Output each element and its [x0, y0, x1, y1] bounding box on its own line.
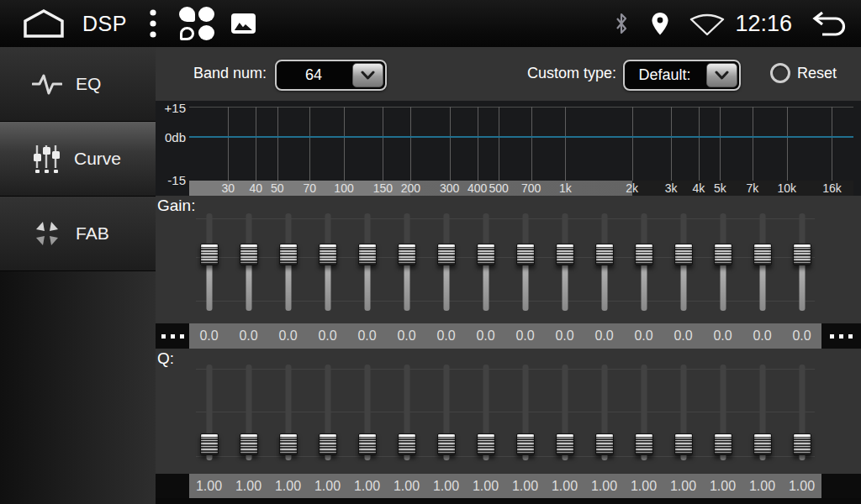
gain-slider-7[interactable] — [426, 208, 466, 318]
q-slider-14[interactable] — [703, 361, 742, 467]
q-slider-2[interactable] — [229, 361, 268, 467]
q-slider-8[interactable] — [466, 361, 505, 467]
gain-more-right-button[interactable] — [821, 323, 861, 349]
q-more-left-button[interactable] — [156, 474, 189, 498]
slider-thumb[interactable] — [714, 433, 732, 455]
slider-thumb[interactable] — [319, 433, 337, 455]
sidebar-item-eq[interactable]: EQ — [0, 47, 156, 122]
gain-value-7: 0.0 — [426, 323, 466, 349]
slider-track-upper[interactable] — [601, 365, 607, 444]
gain-slider-16[interactable] — [782, 208, 821, 318]
chevron-down-icon[interactable] — [706, 63, 737, 87]
slider-thumb[interactable] — [437, 433, 456, 455]
gain-slider-8[interactable] — [466, 208, 505, 318]
slider-thumb[interactable] — [319, 244, 337, 265]
q-more-right-button[interactable] — [821, 474, 861, 498]
home-icon[interactable] — [22, 8, 66, 39]
slider-track-upper[interactable] — [680, 365, 686, 444]
gain-more-left-button[interactable] — [156, 323, 189, 349]
gain-slider-4[interactable] — [308, 208, 347, 318]
band-num-dropdown[interactable]: 64 — [275, 60, 387, 91]
slider-thumb[interactable] — [437, 244, 456, 265]
slider-track-upper[interactable] — [522, 365, 528, 444]
gain-slider-5[interactable] — [347, 208, 387, 318]
q-slider-15[interactable] — [742, 361, 782, 467]
gain-slider-10[interactable] — [545, 208, 584, 318]
slider-thumb[interactable] — [240, 244, 258, 265]
chevron-down-icon[interactable] — [352, 63, 383, 87]
gain-slider-14[interactable] — [703, 208, 742, 318]
slider-track-upper[interactable] — [325, 365, 330, 444]
q-slider-6[interactable] — [387, 361, 426, 467]
q-slider-11[interactable] — [584, 361, 624, 467]
slider-track-upper[interactable] — [641, 365, 647, 444]
slider-track-upper[interactable] — [364, 365, 370, 444]
custom-type-dropdown[interactable]: Default: — [623, 60, 741, 91]
q-slider-10[interactable] — [545, 361, 584, 467]
slider-thumb[interactable] — [279, 433, 298, 455]
slider-thumb[interactable] — [674, 433, 693, 455]
slider-thumb[interactable] — [753, 433, 772, 455]
reset-radio[interactable] — [770, 63, 790, 83]
overflow-menu-icon[interactable] — [149, 8, 157, 39]
slider-thumb[interactable] — [279, 244, 298, 265]
slider-thumb[interactable] — [398, 433, 416, 455]
gain-slider-1[interactable] — [189, 208, 229, 318]
slider-track-upper[interactable] — [285, 365, 291, 444]
slider-thumb[interactable] — [674, 244, 693, 265]
slider-thumb[interactable] — [200, 244, 219, 265]
slider-thumb[interactable] — [793, 433, 811, 455]
gain-slider-11[interactable] — [584, 208, 624, 318]
slider-track-upper[interactable] — [759, 365, 765, 444]
q-slider-16[interactable] — [782, 361, 821, 467]
gain-slider-6[interactable] — [387, 208, 426, 318]
q-slider-5[interactable] — [347, 361, 387, 467]
gain-slider-2[interactable] — [229, 208, 268, 318]
slider-thumb[interactable] — [635, 244, 653, 265]
slider-thumb[interactable] — [398, 244, 416, 265]
q-slider-9[interactable] — [505, 361, 545, 467]
apps-clover-icon[interactable] — [179, 7, 214, 40]
gain-slider-9[interactable] — [505, 208, 545, 318]
gain-slider-15[interactable] — [742, 208, 782, 318]
slider-thumb[interactable] — [516, 433, 535, 455]
slider-track-upper[interactable] — [720, 365, 726, 444]
slider-thumb[interactable] — [753, 244, 772, 265]
slider-thumb[interactable] — [358, 433, 377, 455]
slider-thumb[interactable] — [240, 433, 258, 455]
slider-thumb[interactable] — [556, 433, 574, 455]
gallery-icon[interactable] — [231, 13, 256, 34]
curve-plot-area[interactable]: 304050701001502003004005007001k2k3k4k5k7… — [189, 101, 853, 196]
q-slider-3[interactable] — [268, 361, 308, 467]
slider-thumb[interactable] — [793, 244, 811, 265]
sidebar-item-curve[interactable]: Curve — [0, 122, 156, 197]
q-slider-13[interactable] — [663, 361, 703, 467]
slider-track-upper[interactable] — [404, 365, 409, 444]
slider-track-upper[interactable] — [206, 365, 212, 444]
slider-thumb[interactable] — [477, 244, 495, 265]
gain-slider-3[interactable] — [268, 208, 308, 318]
q-slider-7[interactable] — [426, 361, 466, 467]
slider-thumb[interactable] — [200, 433, 219, 455]
slider-thumb[interactable] — [477, 433, 495, 455]
slider-track-upper[interactable] — [443, 365, 449, 444]
slider-track-upper[interactable] — [562, 365, 568, 444]
slider-thumb[interactable] — [635, 433, 653, 455]
sidebar-item-fab[interactable]: FAB — [0, 197, 156, 271]
q-slider-4[interactable] — [308, 361, 347, 467]
slider-thumb[interactable] — [714, 244, 732, 265]
slider-thumb[interactable] — [358, 244, 377, 265]
q-slider-1[interactable] — [189, 361, 229, 467]
slider-track-upper[interactable] — [799, 365, 805, 444]
slider-track-upper[interactable] — [246, 365, 251, 444]
q-slider-12[interactable] — [624, 361, 663, 467]
gain-slider-12[interactable] — [624, 208, 663, 318]
slider-thumb[interactable] — [556, 244, 574, 265]
gain-slider-13[interactable] — [663, 208, 703, 318]
slider-thumb[interactable] — [595, 433, 614, 455]
reset-label[interactable]: Reset — [797, 65, 837, 82]
slider-thumb[interactable] — [516, 244, 535, 265]
slider-track-upper[interactable] — [483, 365, 489, 444]
back-icon[interactable] — [807, 9, 849, 38]
slider-thumb[interactable] — [595, 244, 614, 265]
